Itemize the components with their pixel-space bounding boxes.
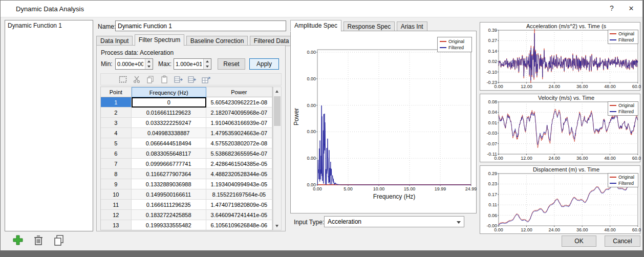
tab-response-spec[interactable]: Response Spec	[344, 22, 395, 32]
point-cell[interactable]: 9	[101, 179, 132, 189]
cut-button[interactable]	[132, 75, 141, 84]
frequency-cell[interactable]: 0.0333222259247	[132, 118, 206, 128]
frequency-cell[interactable]: 0.0166611129623	[132, 108, 206, 118]
min-spin-down[interactable]	[145, 64, 153, 69]
paste-cells-button[interactable]	[160, 75, 169, 84]
copy-cells-button[interactable]	[146, 75, 155, 84]
point-cell[interactable]: 6	[101, 148, 132, 159]
frequency-cell[interactable]: 0.1832722425858	[132, 210, 206, 220]
legend-label-filtered: Filtered	[618, 109, 634, 114]
power-cell[interactable]: 1.1934040994943e-05	[206, 179, 272, 189]
function-list-item[interactable]: Dynamic Function 1	[5, 20, 93, 31]
table-row[interactable]: 40.0499833388871.4795359024663e-07	[101, 128, 272, 138]
frequency-cell[interactable]: 0.0666444518494	[132, 138, 206, 148]
power-cell[interactable]: 2.4286461504385e-05	[206, 159, 272, 169]
apply-button[interactable]: Apply	[249, 58, 279, 70]
delete-rows-button[interactable]	[187, 75, 197, 84]
add-function-button[interactable]	[12, 234, 25, 247]
input-type-select[interactable]: Acceleration	[324, 216, 464, 227]
titlebar[interactable]: Dynamic Data Analysis ? ✕	[1, 1, 642, 17]
table-row[interactable]: 90.13328890369881.1934040994943e-05	[101, 179, 272, 189]
point-cell[interactable]: 8	[101, 169, 132, 179]
min-input[interactable]	[116, 59, 145, 69]
displacement-chart-title: Displacement (m) vs. Time	[492, 166, 640, 173]
max-spinner[interactable]	[174, 58, 211, 70]
column-header-frequency[interactable]: Frequency (Hz)	[132, 87, 206, 97]
frequency-cell[interactable]: 0.1999333555482	[132, 220, 206, 230]
point-cell[interactable]: 4	[101, 128, 132, 138]
resize-table-button[interactable]	[201, 75, 210, 84]
function-list[interactable]: Dynamic Function 1	[5, 20, 93, 231]
table-row[interactable]: 80.11662779073644.4882320528344e-05	[101, 169, 272, 179]
ok-button[interactable]: OK	[562, 235, 596, 247]
frequency-cell[interactable]: 0.0833055648117	[132, 148, 206, 159]
power-cell[interactable]: 5.5386823655954e-07	[206, 148, 272, 159]
power-cell[interactable]: 4.5755203802072e-08	[206, 138, 272, 148]
power-cell[interactable]: 8.155221697564e-05	[206, 189, 272, 200]
close-button[interactable]: ✕	[622, 1, 640, 16]
table-row[interactable]: 130.19993335554826.1056109626848e-06	[101, 220, 272, 230]
power-cell[interactable]: 5.6054230962221e-08	[206, 97, 272, 108]
frequency-power-table[interactable]: Point Frequency (Hz) Power 105.605423096…	[100, 87, 273, 230]
table-row[interactable]: 60.08330556481175.5386823655954e-07	[101, 148, 272, 159]
power-cell[interactable]: 6.1056109626848e-06	[206, 220, 272, 230]
frequency-cell[interactable]: 0.049983338887	[132, 128, 206, 138]
frequency-cell[interactable]: 0.1666111296235	[132, 200, 206, 210]
column-header-power[interactable]: Power	[206, 87, 272, 97]
max-spin-down[interactable]	[204, 64, 211, 69]
point-cell[interactable]: 10	[101, 189, 132, 200]
name-input[interactable]	[115, 20, 286, 31]
frequency-cell[interactable]: 0	[132, 97, 206, 108]
table-row[interactable]: 105.6054230962221e-08	[101, 97, 272, 108]
tab-amplitude-spec[interactable]: Amplitude Spec	[290, 20, 341, 32]
power-cell[interactable]: 4.4882320528344e-05	[206, 169, 272, 179]
point-cell[interactable]: 11	[101, 200, 132, 210]
max-input[interactable]	[174, 59, 203, 69]
table-row[interactable]: 70.09996667777412.4286461504385e-05	[101, 159, 272, 169]
scroll-up-button[interactable]	[273, 87, 281, 95]
cancel-button[interactable]: Cancel	[605, 235, 640, 247]
help-button[interactable]: ?	[603, 1, 621, 16]
min-spinner[interactable]	[115, 58, 153, 70]
frequency-cell[interactable]: 0.0999666777741	[132, 159, 206, 169]
power-cell[interactable]: 1.9104063166939e-07	[206, 118, 272, 128]
tab-baseline-correction[interactable]: Baseline Correction	[186, 36, 248, 46]
velocity-legend: Original Filtered	[608, 101, 638, 116]
scroll-down-button[interactable]	[273, 222, 281, 230]
point-cell[interactable]: 13	[101, 220, 132, 230]
point-cell[interactable]: 2	[101, 108, 132, 118]
point-cell[interactable]: 7	[101, 159, 132, 169]
point-cell[interactable]: 3	[101, 118, 132, 128]
tab-data-input[interactable]: Data Input	[96, 36, 133, 46]
table-row[interactable]: 20.01666111296232.1820740095968e-07	[101, 108, 272, 118]
table-row[interactable]: 50.06664445184944.5755203802072e-08	[101, 138, 272, 148]
reset-button[interactable]: Reset	[218, 58, 245, 70]
insert-rows-button[interactable]	[174, 75, 183, 84]
power-cell[interactable]: 2.1820740095968e-07	[206, 108, 272, 118]
table-row[interactable]: 100.14995001666118.155221697564e-05	[101, 189, 272, 200]
tab-filter-spectrum[interactable]: Filter Spectrum	[135, 34, 184, 46]
table-row[interactable]: 110.16661112962351.4740719820809e-05	[101, 200, 272, 210]
frequency-cell[interactable]: 0.1332889036988	[132, 179, 206, 189]
table-scrollbar[interactable]	[273, 87, 282, 230]
legend-label-original: Original	[448, 39, 464, 44]
column-header-point[interactable]: Point	[101, 87, 132, 97]
power-cell[interactable]: 1.4740719820809e-05	[206, 200, 272, 210]
frequency-cell[interactable]: 0.1166277907364	[132, 169, 206, 179]
copy-icon	[53, 234, 65, 246]
power-cell[interactable]: 1.4795359024663e-07	[206, 128, 272, 138]
table-row[interactable]: 30.03332222592471.9104063166939e-07	[101, 118, 272, 128]
power-cell[interactable]: 3.6460947241441e-05	[206, 210, 272, 220]
svg-text:36.00: 36.00	[576, 156, 588, 161]
table-row[interactable]: 120.18327224258583.6460947241441e-05	[101, 210, 272, 220]
tab-filtered-data[interactable]: Filtered Data	[250, 36, 293, 46]
scrollbar-thumb[interactable]	[274, 96, 281, 126]
point-cell[interactable]: 1	[101, 97, 132, 108]
tab-arias-int[interactable]: Arias Int	[397, 22, 427, 32]
point-cell[interactable]: 5	[101, 138, 132, 148]
duplicate-function-button[interactable]	[53, 234, 66, 247]
delete-function-button[interactable]	[32, 234, 46, 247]
select-region-button[interactable]	[118, 75, 127, 84]
frequency-cell[interactable]: 0.1499500166611	[132, 189, 206, 200]
point-cell[interactable]: 12	[101, 210, 132, 220]
